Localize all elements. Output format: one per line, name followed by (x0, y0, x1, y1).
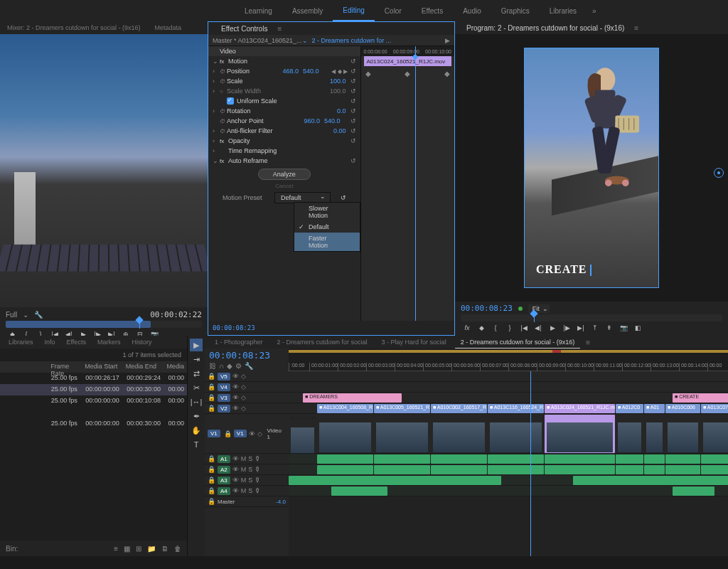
linked-selection-icon[interactable]: ∩ (219, 362, 224, 370)
project-row[interactable]: 25.00 fps00:00:00:0000:00:10:0800:00 (0, 395, 187, 407)
clip[interactable]: ■ DREAMERS (303, 393, 402, 403)
program-timecode[interactable]: 00:00:08:23 (461, 304, 513, 313)
proj-tab-markers[interactable]: Markers (93, 336, 125, 348)
timeline-timecode[interactable]: 00:00:08:23 (209, 350, 284, 361)
clip[interactable] (701, 465, 728, 474)
clip[interactable] (545, 454, 615, 464)
ec-auto-reframe[interactable]: Auto Reframe (228, 157, 350, 164)
clip[interactable] (616, 465, 643, 474)
snap-icon[interactable]: ⛓ (209, 362, 216, 370)
list-view-icon[interactable]: ≡ (114, 545, 118, 553)
clip[interactable]: ■ A013C075 (701, 404, 728, 413)
ec-rot-val[interactable]: 0.0 (337, 107, 346, 115)
ec-sequence-clip[interactable]: 2 - Dreamers cutdown for ... (312, 37, 392, 44)
track-lane-v5[interactable] (289, 371, 728, 382)
program-monitor-viewport[interactable]: CREATE (455, 34, 728, 302)
ws-overflow-icon[interactable]: » (592, 7, 596, 15)
add-marker-icon[interactable]: ◆ (475, 323, 488, 333)
wrench-icon[interactable]: 🔧 (245, 362, 253, 370)
ec-scale-val[interactable]: 100.0 (330, 78, 346, 85)
track-lane-v2[interactable]: ■ A013C004_160508_R■ A013C005_160521_R1J… (289, 403, 728, 414)
clip[interactable] (431, 415, 487, 453)
reset-icon[interactable]: ↺ (350, 58, 360, 65)
program-tab[interactable]: Program: 2 - Dreamers cutdown for social… (459, 22, 631, 34)
track-header-v5[interactable]: 🔒V5👁◇ (205, 371, 289, 382)
icon-view-icon[interactable]: ▦ (124, 545, 130, 553)
clip[interactable] (374, 454, 430, 464)
ec-pos-y[interactable]: 540.0 (303, 68, 319, 75)
track-header-v4[interactable]: 🔒V4👁◇ (205, 382, 289, 393)
project-row[interactable]: 25.00 fps00:00:00:0000:00:30:0000:00 (0, 418, 187, 430)
proj-tab-info[interactable]: Info (41, 336, 60, 348)
clip[interactable]: ■ A01 (644, 404, 665, 413)
ws-tab-assembly[interactable]: Assembly (282, 1, 333, 21)
clip[interactable] (317, 415, 373, 453)
new-bin-icon[interactable]: 📁 (147, 545, 156, 553)
clip[interactable] (317, 465, 373, 474)
anchor-handle-icon[interactable] (714, 168, 724, 178)
ec-playhead[interactable] (415, 46, 416, 321)
ws-tab-effects[interactable]: Effects (412, 1, 453, 21)
source-monitor-viewport[interactable] (0, 34, 208, 307)
panel-menu-icon[interactable]: ≡ (586, 339, 590, 346)
seq-tab-1[interactable]: 2 - Dreamers cutdown for social (272, 336, 373, 348)
program-scrubber[interactable] (461, 314, 722, 321)
project-row[interactable]: 25.00 fps00:00:00:0000:00:30:0000:00 (0, 384, 187, 395)
clip[interactable] (644, 465, 665, 474)
mark-in-icon[interactable]: { (489, 323, 502, 333)
ws-tab-learning[interactable]: Learning (235, 1, 282, 21)
clip[interactable] (573, 476, 728, 485)
clip[interactable] (431, 454, 487, 464)
new-item-icon[interactable]: 🗎 (161, 545, 168, 553)
ec-anchor-x[interactable]: 960.0 (304, 117, 320, 124)
comparison-icon[interactable]: ◧ (631, 323, 644, 333)
ripple-tool-icon[interactable]: ⇄ (190, 367, 203, 380)
ws-tab-color[interactable]: Color (375, 1, 412, 21)
clip[interactable]: ■ Cross Disso (289, 415, 316, 453)
clip[interactable] (665, 415, 700, 453)
clip[interactable] (616, 415, 643, 453)
clip[interactable] (701, 454, 728, 464)
clip[interactable] (374, 465, 430, 474)
uniform-scale-checkbox[interactable] (227, 97, 234, 105)
clip[interactable]: ■ CREATE (673, 393, 728, 403)
clip[interactable] (488, 415, 544, 453)
clip[interactable] (331, 486, 387, 496)
hand-tool-icon[interactable]: ✋ (190, 424, 203, 437)
type-tool-icon[interactable]: T (190, 438, 203, 451)
step-fwd-icon[interactable]: |▶ (560, 323, 573, 333)
proj-tab-effects[interactable]: Effects (63, 336, 90, 348)
go-to-out-icon[interactable]: ▶| (574, 323, 587, 333)
clip[interactable]: ■ A010C002_160517_R (431, 404, 487, 413)
clip[interactable] (545, 415, 615, 453)
seq-tab-0[interactable]: 1 - Photographer (209, 336, 269, 348)
ws-tab-audio[interactable]: Audio (453, 1, 491, 21)
proj-tab-history[interactable]: History (127, 336, 156, 348)
clip[interactable] (545, 465, 615, 474)
clip[interactable]: ■ A010C006 (665, 404, 700, 413)
panel-menu-icon[interactable]: ≡ (277, 25, 282, 33)
wrench-icon[interactable]: 🔧 (34, 311, 43, 319)
selection-tool-icon[interactable]: ▶ (190, 339, 203, 351)
clip[interactable] (488, 465, 544, 474)
clip[interactable] (701, 415, 728, 453)
clip[interactable] (431, 465, 487, 474)
export-frame-icon[interactable]: 📷 (617, 323, 630, 333)
project-row[interactable] (0, 407, 187, 418)
step-back-icon[interactable]: ◀| (532, 323, 545, 333)
preset-default[interactable]: Default (294, 221, 360, 233)
settings-icon[interactable]: ⚙ (235, 362, 242, 370)
reset-icon[interactable]: ↺ (350, 68, 360, 75)
track-header-a1[interactable]: 🔒A1👁MS🎙 (205, 454, 289, 464)
keyframe-stopwatch-icon[interactable]: ⏱ (220, 68, 227, 75)
clip[interactable] (665, 454, 700, 464)
preset-slower[interactable]: Slower Motion (294, 203, 360, 221)
ec-opacity[interactable]: Opacity (228, 137, 350, 144)
ec-mini-timeline[interactable]: 0:00:08:00 00:00:09:00 00:00:10:00 A013C… (361, 46, 454, 321)
preset-faster[interactable]: Faster Motion (294, 233, 360, 251)
src-playback-res[interactable]: Full (6, 311, 17, 319)
analyze-button[interactable]: Analyze (258, 169, 311, 180)
track-header-v3[interactable]: 🔒V3👁◇ (205, 393, 289, 403)
clip[interactable] (644, 415, 665, 453)
clip[interactable]: ■ A013C024_160521_R1JC.mov (545, 404, 615, 413)
